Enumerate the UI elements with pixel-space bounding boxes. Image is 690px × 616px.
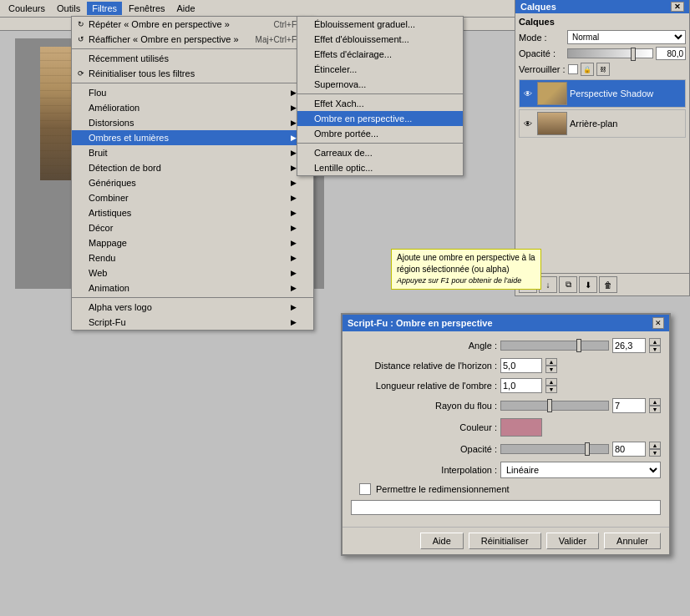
filters-decor[interactable]: Décor ▶: [72, 220, 313, 235]
menu-couleurs[interactable]: Couleurs: [3, 2, 50, 15]
filters-reset[interactable]: ⟳ Réinitialiser tous les filtres: [72, 66, 313, 81]
separator-2: [72, 83, 313, 83]
layers-btn-merge-down[interactable]: ⬇: [579, 276, 597, 293]
shadow-carreaux[interactable]: Carreaux de...: [297, 145, 463, 160]
shadow-effets-eclairage[interactable]: Effets d'éclairage...: [297, 47, 463, 62]
layers-btn-duplicate[interactable]: ⧉: [559, 276, 577, 293]
layers-chain-icon[interactable]: ⛓: [596, 63, 610, 76]
separator-1: [72, 48, 313, 49]
distorsions-arrow: ▶: [291, 119, 297, 127]
filters-alpha-logo[interactable]: Alpha vers logo ▶: [72, 300, 313, 315]
filters-detection[interactable]: Détection de bord ▶: [72, 160, 313, 175]
filters-amelioration[interactable]: Amélioration ▶: [72, 100, 313, 115]
script-fu-titlebar: Script-Fu : Ombre en perspective ✕: [342, 315, 669, 331]
shadow-lentille[interactable]: Lentille optic...: [297, 160, 463, 175]
dialog-resize-checkbox[interactable]: [359, 483, 371, 495]
dialog-color-swatch[interactable]: [500, 418, 542, 437]
dialog-interpolation-select[interactable]: Linéaire: [500, 462, 661, 478]
dialog-footer: Aide Réinitialiser Valider Annuler: [342, 527, 669, 554]
dialog-blur-up[interactable]: ▲: [649, 398, 661, 406]
layers-mode-select[interactable]: Normal: [567, 30, 686, 44]
script-fu-close-button[interactable]: ✕: [652, 317, 664, 329]
shadow-ombre-portee[interactable]: Ombre portée...: [297, 126, 463, 141]
shadow-etinceler[interactable]: Étinceler...: [297, 62, 463, 77]
dialog-valider-button[interactable]: Valider: [546, 533, 599, 549]
layers-close-button[interactable]: ✕: [671, 2, 684, 12]
layer-eye-arriere-plan[interactable]: 👁: [521, 117, 535, 130]
menu-aide[interactable]: Aide: [172, 2, 200, 15]
layers-opacity-value[interactable]: [656, 47, 686, 60]
filters-rendu[interactable]: Rendu ▶: [72, 250, 313, 265]
dialog-angle-slider[interactable]: [500, 341, 609, 351]
dialog-horizon-down[interactable]: ▼: [545, 366, 557, 373]
filters-distorsions-label: Distorsions: [89, 118, 134, 128]
shadow-supernova[interactable]: Supernova...: [297, 77, 463, 92]
menu-outils[interactable]: Outils: [52, 2, 85, 15]
dialog-shadow-len-down[interactable]: ▼: [545, 386, 557, 393]
filters-reapply-label: Réafficher « Ombre en perspective »: [89, 34, 239, 44]
filters-ombres-lumieres-label: Ombres et lumières: [89, 133, 169, 143]
filters-reapply[interactable]: ↺ Réafficher « Ombre en perspective » Ma…: [72, 32, 313, 47]
dialog-blur-slider[interactable]: [500, 401, 609, 411]
animation-arrow: ▶: [291, 284, 297, 292]
dialog-opacity-up[interactable]: ▲: [649, 442, 661, 449]
filters-decor-label: Décor: [89, 223, 113, 233]
layers-opacity-label: Opacité :: [519, 48, 565, 58]
layer-name-arriere-plan: Arrière-plan: [570, 119, 683, 129]
dialog-opacity-slider[interactable]: [500, 444, 609, 454]
dialog-blur-down[interactable]: ▼: [649, 406, 661, 413]
filters-distorsions[interactable]: Distorsions ▶: [72, 115, 313, 130]
filters-animation[interactable]: Animation ▶: [72, 280, 313, 295]
web-arrow: ▶: [291, 269, 297, 277]
filters-flou[interactable]: Flou ▶: [72, 85, 313, 100]
dialog-horizon-value[interactable]: 5,0: [500, 358, 542, 373]
layers-body: Calques Mode : Normal Opacité : Verrouil…: [515, 13, 689, 143]
filters-generiques[interactable]: Génériques ▶: [72, 175, 313, 190]
filters-recent[interactable]: Récemment utilisés: [72, 51, 313, 66]
filters-repeat[interactable]: ↻ Répéter « Ombre en perspective » Ctrl+…: [72, 17, 313, 32]
layer-eye-perspective-shadow[interactable]: 👁: [521, 87, 535, 100]
filters-recent-label: Récemment utilisés: [89, 53, 169, 63]
dialog-reinitialiser-button[interactable]: Réinitialiser: [469, 533, 541, 549]
shadow-ombre-perspective[interactable]: Ombre en perspective...: [297, 111, 463, 126]
dialog-aide-button[interactable]: Aide: [420, 533, 464, 549]
dialog-angle-down[interactable]: ▼: [649, 346, 661, 353]
filters-bruit[interactable]: Bruit ▶: [72, 145, 313, 160]
layers-btn-down[interactable]: ↓: [539, 276, 557, 293]
filters-mappage[interactable]: Mappage ▶: [72, 235, 313, 250]
dialog-checkbox-row: Permettre le redimensionnement: [351, 483, 661, 495]
dialog-horizon-up[interactable]: ▲: [545, 358, 557, 366]
dialog-shadow-len-value[interactable]: 1,0: [500, 378, 542, 393]
dialog-blur-label: Rayon du flou :: [351, 401, 497, 411]
dialog-angle-value[interactable]: 26,3: [612, 338, 646, 353]
shadow-lentille-label: Lentille optic...: [314, 163, 373, 173]
layer-item-arriere-plan[interactable]: 👁 Arrière-plan: [519, 109, 686, 138]
layers-opacity-slider[interactable]: [567, 48, 653, 58]
tooltip-main-text: Ajoute une ombre en perspective à la rég…: [397, 252, 535, 275]
menu-fenetres[interactable]: Fenêtres: [124, 2, 170, 15]
layers-btn-delete[interactable]: 🗑: [599, 276, 617, 293]
filters-artistiques[interactable]: Artistiques ▶: [72, 205, 313, 220]
dialog-horizon-row: Distance relative de l'horizon : 5,0 ▲ ▼: [351, 358, 661, 373]
filters-ombres-lumieres[interactable]: Ombres et lumières ▶: [72, 130, 313, 145]
dialog-angle-up[interactable]: ▲: [649, 338, 661, 346]
dialog-opacity-value[interactable]: 80: [612, 442, 646, 457]
script-fu-content: Angle : 26,3 ▲ ▼ Distance relative de l'…: [342, 331, 669, 527]
dialog-progress-row: [351, 500, 661, 515]
filters-web[interactable]: Web ▶: [72, 265, 313, 280]
filters-menu: ↻ Répéter « Ombre en perspective » Ctrl+…: [71, 16, 314, 331]
layers-lock-checkbox[interactable]: [568, 64, 578, 74]
layer-item-perspective-shadow[interactable]: 👁 Perspective Shadow: [519, 79, 686, 108]
dialog-opacity-down[interactable]: ▼: [649, 449, 661, 457]
filters-script-fu[interactable]: Script-Fu ▶: [72, 315, 313, 330]
filters-combiner[interactable]: Combiner ▶: [72, 190, 313, 205]
filters-web-label: Web: [89, 268, 107, 278]
shadow-effet-eblouissement[interactable]: Effet d'éblouissement...: [297, 32, 463, 47]
layers-lock-icon[interactable]: 🔒: [581, 63, 594, 76]
dialog-annuler-button[interactable]: Annuler: [604, 533, 661, 549]
shadow-eblouissement-graduel[interactable]: Éblouissement graduel...: [297, 17, 463, 32]
dialog-shadow-len-up[interactable]: ▲: [545, 378, 557, 386]
menu-filtres[interactable]: Filtres: [87, 2, 122, 15]
shadow-effet-xach[interactable]: Effet Xach...: [297, 96, 463, 111]
dialog-blur-value[interactable]: 7: [612, 398, 646, 413]
